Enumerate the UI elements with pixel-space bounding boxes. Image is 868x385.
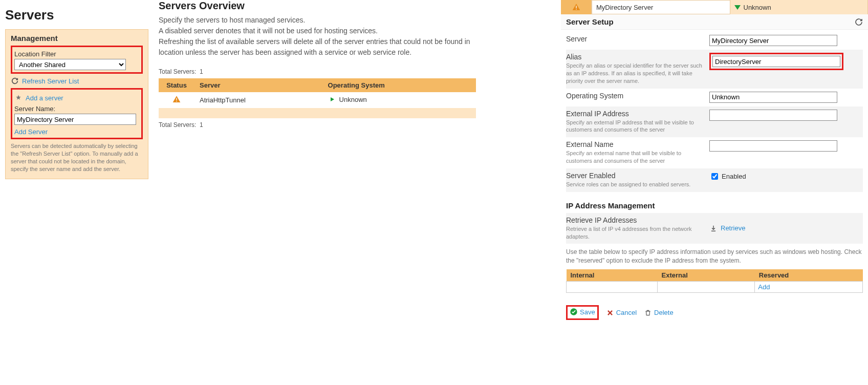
refresh-icon[interactable]: [855, 18, 863, 26]
alias-input[interactable]: [712, 56, 840, 67]
overview-description: Specify the servers to host managed serv…: [159, 15, 476, 58]
svg-rect-1: [176, 101, 177, 101]
ip-mgmt-note: Use the table below to specify IP addres…: [566, 248, 863, 265]
management-hint: Servers can be detected automatically by…: [11, 142, 143, 173]
server-detail-panel: MyDirectory Server Unknown Server Setup …: [561, 0, 868, 385]
location-filter-highlight: Location Filter Another Shared: [11, 46, 143, 74]
ip-col-external: External: [657, 269, 754, 282]
warning-icon: [172, 95, 181, 103]
page-title: Servers: [5, 7, 148, 23]
management-panel: Management Location Filter Another Share…: [5, 29, 148, 179]
trash-icon: [644, 309, 652, 317]
overview-title: Servers Overview: [159, 0, 476, 12]
total-servers-bottom: Total Servers: 1: [159, 121, 476, 129]
header-status-cell: [561, 0, 592, 14]
retrieve-link[interactable]: Retrieve: [721, 224, 745, 232]
warning-icon: [572, 3, 580, 11]
save-highlight: Save: [566, 305, 599, 320]
alias-highlight: [709, 53, 843, 70]
field-label-ext-name: External Name: [566, 140, 704, 148]
enabled-checkbox[interactable]: [711, 173, 718, 180]
field-desc-alias: Specify an alias or special identifier f…: [566, 62, 704, 85]
retrieve-ip-label: Retrieve IP Addresses: [566, 216, 704, 224]
enabled-checkbox-label: Enabled: [722, 173, 746, 180]
total-servers-top: Total Servers: 1: [159, 68, 476, 75]
col-server: Server: [194, 78, 323, 92]
save-button[interactable]: Save: [570, 308, 595, 316]
svg-rect-2: [576, 6, 576, 8]
field-label-enabled: Server Enabled: [566, 172, 704, 180]
server-name-input[interactable]: [14, 114, 136, 125]
close-icon: [606, 309, 614, 317]
check-circle-icon: [570, 308, 578, 316]
external-name-input[interactable]: [709, 140, 837, 152]
table-row[interactable]: AtriaHttpTunnel Unknown: [159, 92, 476, 108]
svg-rect-0: [176, 98, 177, 100]
location-filter-label: Location Filter: [14, 50, 139, 58]
ip-col-internal: Internal: [567, 269, 658, 282]
chevron-down-icon: [734, 5, 741, 10]
os-input[interactable]: [709, 92, 837, 103]
download-icon: [709, 224, 718, 232]
add-server-link[interactable]: Add Server: [14, 128, 48, 136]
ip-table: Internal External Reserved Add: [566, 269, 863, 293]
location-filter-select[interactable]: Another Shared: [14, 59, 126, 70]
header-os-cell: Unknown: [730, 0, 869, 14]
row-os: Unknown: [339, 96, 367, 103]
row-server-name: AtriaHttpTunnel: [194, 92, 323, 108]
refresh-server-list-link[interactable]: Refresh Server List: [22, 77, 79, 85]
col-os: Operating System: [323, 78, 476, 92]
external-ip-input[interactable]: [709, 110, 837, 121]
col-status: Status: [159, 78, 194, 92]
field-desc-ext-name: Specify an external name that will be vi…: [566, 149, 704, 165]
delete-button[interactable]: Delete: [644, 309, 674, 317]
server-input[interactable]: [709, 35, 837, 46]
table-row: Add: [567, 282, 863, 293]
ip-add-link[interactable]: Add: [758, 283, 770, 291]
add-server-highlight: Add a server Server Name: Add Server: [11, 88, 143, 139]
field-desc-ext-ip: Specify an external IP address that will…: [566, 119, 704, 134]
field-label-alias: Alias: [566, 53, 704, 61]
refresh-icon: [11, 77, 19, 85]
field-label-server: Server: [566, 35, 704, 43]
header-server-name[interactable]: MyDirectory Server: [592, 0, 730, 14]
table-row: [159, 108, 476, 118]
add-server-star-icon: [14, 94, 23, 102]
ip-col-reserved: Reserved: [755, 269, 863, 282]
server-setup-title: Server Setup: [566, 17, 614, 26]
field-label-os: Operating System: [566, 92, 704, 100]
management-heading: Management: [11, 34, 143, 42]
add-a-server-link[interactable]: Add a server: [26, 94, 63, 102]
cancel-button[interactable]: Cancel: [606, 309, 637, 317]
retrieve-ip-desc: Retrieve a list of IP v4 addresses from …: [566, 225, 704, 241]
svg-rect-3: [576, 9, 576, 9]
server-name-label: Server Name:: [14, 105, 139, 113]
servers-table: Status Server Operating System AtriaHttp…: [159, 78, 476, 118]
field-desc-enabled: Service roles can be assigned to enabled…: [566, 181, 704, 188]
play-icon: [328, 95, 336, 103]
ip-mgmt-title: IP Address Management: [566, 201, 863, 210]
field-label-ext-ip: External IP Address: [566, 110, 704, 118]
